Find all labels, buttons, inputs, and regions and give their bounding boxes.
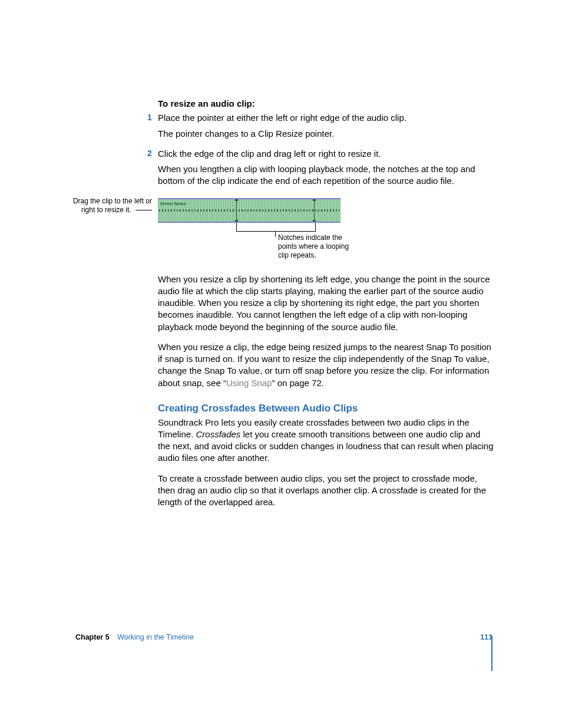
step-2: 2 Click the edge of the clip and drag le…: [158, 148, 494, 160]
clip-label: Street Noise: [160, 201, 186, 206]
notch-drop-line-icon: [275, 231, 276, 237]
crossfades-term: Crossfades: [196, 429, 240, 439]
figure-callout-left-text: Drag the clip to the left or right to re…: [73, 197, 152, 214]
figure-resize-clip: Drag the clip to the left or right to re…: [158, 198, 494, 223]
paragraph-resize-behavior: When you resize a clip by shortening its…: [158, 274, 494, 333]
snap-text-pre: When you resize a clip, the edge being r…: [158, 342, 491, 388]
loop-notch-2: [314, 199, 315, 222]
audio-clip-graphic: Street Noise: [158, 198, 340, 223]
step-1-text: Place the pointer at either the left or …: [158, 113, 406, 123]
body-content: To resize an audio clip: 1 Place the poi…: [158, 98, 494, 516]
procedure-heading: To resize an audio clip:: [158, 98, 494, 110]
page-footer: Chapter 5 Working in the Timeline 111: [75, 633, 492, 643]
figure-callout-bottom: Notches indicate the points where a loop…: [278, 233, 361, 260]
figure-callout-left: Drag the clip to the left or right to re…: [64, 197, 152, 215]
step-2-text: Click the edge of the clip and drag left…: [158, 149, 381, 159]
step-1: 1 Place the pointer at either the left o…: [158, 112, 494, 124]
loop-notch-1: [236, 199, 237, 222]
chapter-title: Working in the Timeline: [117, 633, 194, 641]
chapter-number-label: Chapter 5: [75, 633, 110, 641]
step-2-followup: When you lengthen a clip with looping pl…: [158, 163, 494, 187]
callout-connector-icon: [135, 210, 152, 210]
step-1-followup: The pointer changes to a Clip Resize poi…: [158, 128, 494, 140]
document-page: To resize an audio clip: 1 Place the poi…: [0, 0, 562, 728]
notch-bracket-icon: [236, 223, 316, 232]
paragraph-crossfades-2: To create a crossfade between audio clip…: [158, 473, 494, 509]
page-number: 111: [480, 633, 492, 643]
section-heading-crossfades: Creating Crossfades Between Audio Clips: [158, 402, 494, 416]
snap-crossref-link[interactable]: Using Snap: [226, 378, 272, 388]
snap-text-post: ” on page 72.: [272, 378, 323, 388]
clip-waveform: [159, 209, 339, 212]
step-2-number: 2: [147, 148, 152, 159]
paragraph-snap: When you resize a clip, the edge being r…: [158, 341, 494, 389]
step-1-number: 1: [147, 112, 152, 123]
paragraph-crossfades-1: Soundtrack Pro lets you easily create cr…: [158, 417, 494, 465]
